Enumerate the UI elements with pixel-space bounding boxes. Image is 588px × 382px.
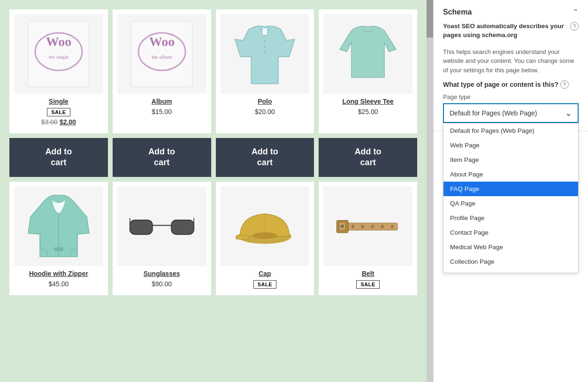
dropdown-option-faq-page[interactable]: FAQ Page <box>443 182 578 196</box>
product-image-single: Woo the single <box>14 14 103 94</box>
dropdown-option-collection-page[interactable]: Collection Page <box>443 254 578 269</box>
product-price-polo: $20.00 <box>255 108 275 115</box>
product-price-album: $15.00 <box>152 108 172 115</box>
dropdown-list[interactable]: Default for Pages (Web Page) Web Page It… <box>443 123 579 273</box>
product-image-long-sleeve <box>323 14 412 94</box>
product-card-sunglasses: Sunglasses $90.00 <box>113 182 211 295</box>
product-price-single: $3.00$2.00 <box>41 118 76 126</box>
svg-point-20 <box>252 232 277 239</box>
product-image-album: Woo the album <box>117 14 206 94</box>
product-card-hoodie: Hoodie with Zipper $45.00 <box>9 182 108 295</box>
page-type-question-label: What type of page or content is this? <box>443 81 558 88</box>
dropdown-option-profile-page[interactable]: Profile Page <box>443 211 578 225</box>
schema-header: Schema ⌃ <box>443 8 579 16</box>
price-sale-single: $2.00 <box>60 118 76 126</box>
schema-chevron-up-icon[interactable]: ⌃ <box>573 8 579 16</box>
dropdown-current-label: Default for Pages (Web Page) <box>450 109 537 117</box>
dropdown-arrow-icon: ⌄ <box>565 108 572 118</box>
svg-rect-12 <box>54 247 63 251</box>
product-name-polo: Polo <box>258 98 272 105</box>
dropdown-option-about-page[interactable]: About Page <box>443 167 578 182</box>
product-price-long-sleeve: $25.00 <box>358 108 378 115</box>
schema-heading: Yoast SEO automatically describes your p… <box>443 22 565 40</box>
page-type-question-row: What type of page or content is this? ? <box>443 80 579 89</box>
schema-help-icon[interactable]: ? <box>570 22 579 31</box>
svg-point-9 <box>264 46 266 48</box>
schema-heading-row: Yoast SEO automatically describes your p… <box>443 22 579 44</box>
product-name-hoodie: Hoodie with Zipper <box>29 270 88 277</box>
right-panel: Schema ⌃ Yoast SEO automatically describ… <box>433 0 588 382</box>
product-name-belt: Belt <box>362 270 374 277</box>
product-card-polo: Polo $20.00 <box>216 9 314 133</box>
svg-point-10 <box>264 51 266 53</box>
schema-title: Schema <box>443 8 472 16</box>
scrollbar[interactable] <box>427 0 433 382</box>
product-name-sunglasses: Sunglasses <box>144 270 180 277</box>
product-price-hoodie: $45.00 <box>48 280 69 288</box>
svg-rect-21 <box>236 235 248 239</box>
page-type-help-icon[interactable]: ? <box>560 80 569 89</box>
product-card-cap: Cap SALE <box>216 182 314 295</box>
page-type-label: Page type <box>443 93 579 100</box>
svg-rect-29 <box>361 225 364 228</box>
product-card-album: Woo the album Album $15.00 <box>113 9 211 133</box>
product-name-single: Single <box>49 98 69 105</box>
schema-body: This helps search engines understand you… <box>443 47 579 75</box>
add-to-cart-row-1: Add tocart Add tocart Add tocart Add toc… <box>9 138 417 177</box>
svg-text:Woo: Woo <box>46 34 71 49</box>
dropdown-option-contact-page[interactable]: Contact Page <box>443 225 578 240</box>
product-name-cap: Cap <box>259 270 271 277</box>
product-image-belt <box>323 186 412 266</box>
product-price-sunglasses: $90.00 <box>152 280 172 288</box>
product-name-long-sleeve: Long Sleeve Tee <box>342 98 393 105</box>
product-grid: Woo the single Single SALE $3.00$2.00 Wo… <box>0 0 427 382</box>
svg-rect-32 <box>391 225 394 228</box>
page-type-dropdown[interactable]: Default for Pages (Web Page) ⌄ Default f… <box>443 103 579 123</box>
svg-text:the single: the single <box>49 54 69 60</box>
product-image-polo <box>221 14 310 94</box>
dropdown-option-default[interactable]: Default for Pages (Web Page) <box>443 123 578 138</box>
dropdown-option-item-page[interactable]: Item Page <box>443 153 578 167</box>
svg-rect-30 <box>371 225 374 228</box>
dropdown-option-web-page[interactable]: Web Page <box>443 138 578 153</box>
product-image-sunglasses <box>117 186 206 266</box>
product-image-cap <box>221 186 310 266</box>
product-card-belt: Belt SALE <box>319 182 417 295</box>
add-to-cart-album[interactable]: Add tocart <box>113 138 211 177</box>
product-image-hoodie <box>14 186 103 266</box>
sale-badge-single: SALE <box>47 108 70 116</box>
dropdown-option-qa-page[interactable]: QA Page <box>443 196 578 211</box>
sale-badge-belt: SALE <box>356 280 379 289</box>
dropdown-selected-value[interactable]: Default for Pages (Web Page) ⌄ <box>443 103 579 123</box>
svg-rect-31 <box>381 225 384 228</box>
dropdown-option-checkout-page[interactable]: Checkout Page <box>443 269 578 273</box>
svg-rect-13 <box>130 220 152 235</box>
price-original-single: $3.00 <box>41 118 58 126</box>
svg-rect-28 <box>351 225 354 228</box>
svg-rect-14 <box>171 220 194 235</box>
scrollbar-thumb[interactable] <box>427 0 433 38</box>
sale-badge-cap: SALE <box>253 280 276 289</box>
svg-point-8 <box>264 40 266 43</box>
product-card-single: Woo the single Single SALE $3.00$2.00 <box>9 9 108 133</box>
add-to-cart-polo[interactable]: Add tocart <box>216 138 314 177</box>
product-card-long-sleeve: Long Sleeve Tee $25.00 <box>319 9 417 133</box>
dropdown-option-medical-web-page[interactable]: Medical Web Page <box>443 240 578 254</box>
add-to-cart-long-sleeve[interactable]: Add tocart <box>319 138 417 177</box>
product-name-album: Album <box>152 98 172 105</box>
add-to-cart-single[interactable]: Add tocart <box>9 138 108 177</box>
svg-text:Woo: Woo <box>149 34 174 49</box>
svg-text:the album: the album <box>152 54 172 60</box>
schema-section: Schema ⌃ Yoast SEO automatically describ… <box>434 0 588 131</box>
